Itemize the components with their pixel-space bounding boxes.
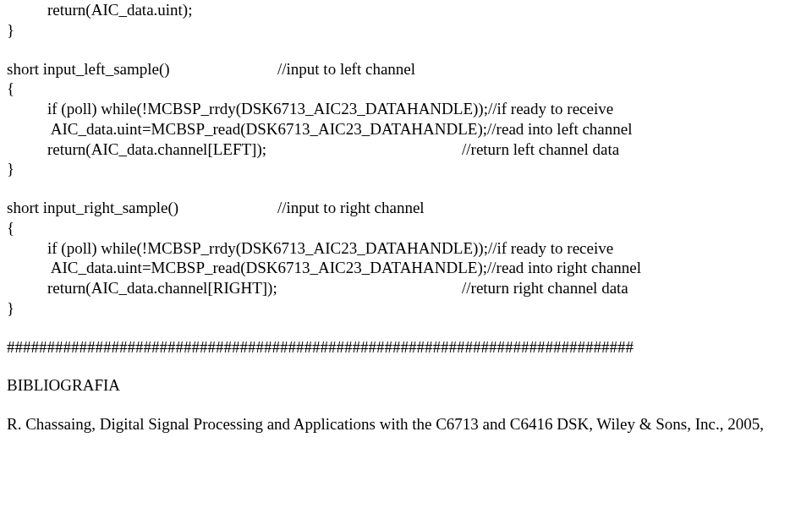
code-return: return(AIC_data.channel[LEFT]); [47, 139, 462, 160]
document-page: return(AIC_data.uint); } short input_lef… [0, 0, 812, 434]
bibliography-heading: BIBLIOGRAFIA [7, 375, 805, 396]
code-line: return(AIC_data.uint); [7, 0, 805, 20]
code-brace: } [7, 159, 805, 179]
function-signature-row: short input_right_sample() //input to ri… [7, 198, 805, 218]
code-brace: } [7, 20, 805, 41]
function-signature: short input_right_sample() [7, 198, 277, 218]
code-comment: //return left channel data [462, 139, 619, 160]
code-line: AIC_data.uint=MCBSP_read(DSK6713_AIC23_D… [7, 119, 805, 139]
function-comment: //input to right channel [277, 198, 805, 218]
code-brace: } [7, 298, 805, 319]
code-brace: { [7, 218, 805, 238]
code-comment: //return right channel data [462, 278, 628, 298]
function-signature-row: short input_left_sample() //input to lef… [7, 59, 805, 79]
code-line-row: return(AIC_data.channel[RIGHT]); //retur… [7, 278, 805, 298]
function-comment: //input to left channel [277, 59, 805, 79]
divider-hashes: ########################################… [7, 337, 805, 358]
function-signature: short input_left_sample() [7, 59, 277, 79]
code-line: AIC_data.uint=MCBSP_read(DSK6713_AIC23_D… [7, 258, 805, 278]
code-brace: { [7, 79, 805, 99]
code-line-row: return(AIC_data.channel[LEFT]); //return… [7, 139, 805, 160]
code-line: if (poll) while(!MCBSP_rrdy(DSK6713_AIC2… [7, 238, 805, 259]
reference-entry: R. Chassaing, Digital Signal Processing … [7, 414, 805, 434]
code-return: return(AIC_data.channel[RIGHT]); [47, 278, 462, 298]
code-line: if (poll) while(!MCBSP_rrdy(DSK6713_AIC2… [7, 99, 805, 119]
